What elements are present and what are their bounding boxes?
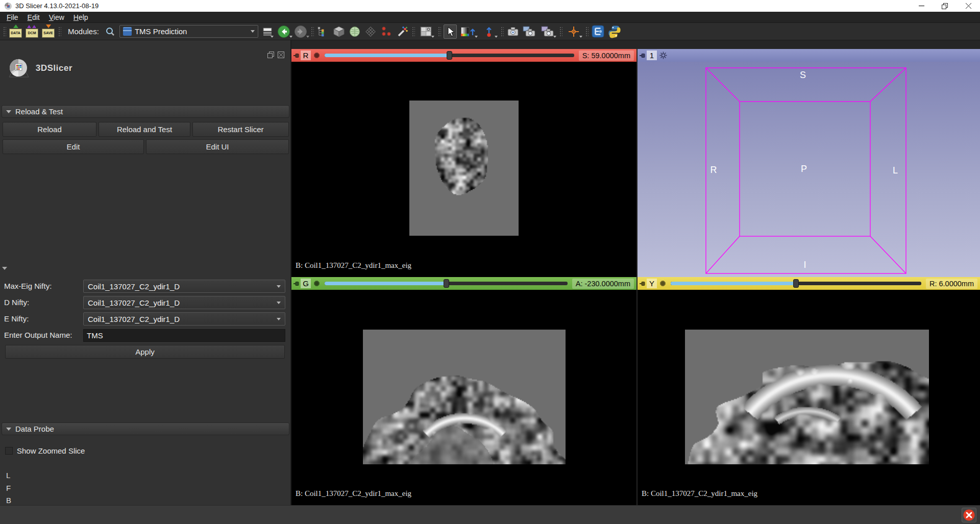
close-icon — [966, 3, 971, 9]
red-slice-image[interactable] — [409, 101, 519, 236]
transforms-module-button[interactable] — [364, 24, 377, 39]
menu-bar: File Edit View Help — [0, 12, 980, 23]
green-slice-viewport[interactable]: B: Coil1_137027_C2_ydir1_max_eig — [291, 290, 636, 505]
subject-hierarchy-button[interactable] — [316, 24, 330, 39]
green-slice-offset[interactable]: A: -230.0000mm — [572, 279, 634, 289]
pin-icon[interactable] — [293, 281, 299, 287]
yellow-slice-slider[interactable] — [671, 279, 921, 288]
restart-slicer-button[interactable]: Restart Slicer — [192, 122, 289, 137]
capture-screenshot-button[interactable] — [506, 24, 520, 39]
green-slice-slider[interactable] — [325, 279, 568, 288]
red-slice-visibility-icon[interactable] — [313, 52, 320, 59]
edit-ui-button[interactable]: Edit UI — [146, 139, 289, 154]
layout-selector-button[interactable] — [418, 24, 435, 39]
minimize-button[interactable] — [910, 0, 933, 12]
toolbar-drag-handle-8[interactable] — [585, 26, 589, 37]
reload-and-test-button[interactable]: Reload and Test — [99, 122, 190, 137]
d-nifty-combobox[interactable]: Coil1_137027_C2_ydir1_D — [83, 296, 285, 309]
forward-arrow-icon — [294, 25, 307, 38]
undock-panel-icon[interactable] — [267, 52, 274, 58]
menu-file[interactable]: File — [2, 12, 23, 22]
collapse-arrow-icon[interactable] — [2, 267, 7, 270]
models-module-button[interactable] — [348, 24, 361, 39]
toolbar-drag-handle-5[interactable] — [437, 26, 441, 37]
green-slice-image[interactable] — [363, 330, 566, 464]
toolbar-drag-handle-3[interactable] — [310, 26, 314, 37]
yellow-slice-image[interactable] — [685, 330, 929, 464]
chevron-down-icon — [475, 36, 478, 38]
green-slice-visibility-icon[interactable] — [313, 280, 320, 287]
red-slice-slider-handle[interactable] — [447, 51, 452, 60]
red-slice-viewport[interactable]: B: Coil1_137027_C2_ydir1_max_eig — [291, 62, 636, 277]
threed-viewport[interactable]: S R P L I — [638, 62, 980, 277]
output-name-input[interactable] — [83, 329, 285, 342]
red-slice-offset[interactable]: S: 59.0000mm — [579, 51, 634, 61]
extensions-manager-icon — [592, 25, 604, 38]
selected-module-name: TMS Prediction — [135, 27, 248, 36]
yellow-slice-offset[interactable]: R: 6.0000mm — [926, 279, 977, 289]
e-nifty-label: E Nifty: — [4, 312, 29, 326]
data-probe-section-header[interactable]: Data Probe — [2, 422, 289, 435]
window-level-button[interactable] — [459, 24, 478, 39]
yellow-slice-visibility-icon[interactable] — [659, 280, 666, 287]
crosshair-button[interactable] — [565, 24, 582, 39]
chevron-down-icon — [289, 36, 292, 38]
yellow-slice-viewport[interactable]: B: Coil1_137027_C2_ydir1_max_eig — [638, 290, 980, 505]
yellow-slice-controller: Y R: 6.0000mm — [638, 277, 980, 290]
menu-edit[interactable]: Edit — [23, 12, 44, 22]
toolbar-drag-handle-7[interactable] — [559, 26, 562, 37]
slider-fill — [671, 282, 796, 285]
up-arrow-icon — [13, 24, 18, 28]
pin-icon[interactable] — [639, 53, 645, 59]
show-zoomed-slice-checkbox[interactable] — [5, 447, 13, 455]
apply-button[interactable]: Apply — [5, 345, 285, 359]
place-point-button[interactable] — [480, 24, 498, 39]
close-button[interactable] — [957, 0, 980, 12]
markups-module-button[interactable] — [380, 24, 393, 39]
reload-label: Reload — [37, 125, 62, 134]
scene-view-button[interactable] — [522, 24, 536, 39]
toolbar-drag-handle-2[interactable] — [58, 26, 61, 37]
yellow-slice-slider-handle[interactable] — [793, 279, 799, 288]
reload-button[interactable]: Reload — [3, 122, 96, 137]
restore-scene-view-button[interactable] — [539, 24, 556, 39]
pin-icon[interactable] — [293, 53, 299, 59]
dicom-icon: DCM — [26, 29, 38, 38]
segment-editor-button[interactable] — [396, 24, 409, 39]
module-selector-combobox[interactable]: TMS Prediction — [119, 25, 258, 38]
gear-icon[interactable] — [659, 52, 667, 59]
max-eig-combobox[interactable]: Coil1_137027_C2_ydir1_D — [83, 280, 285, 293]
reload-test-title: Reload & Test — [15, 107, 63, 116]
reload-test-section-header[interactable]: Reload & Test — [2, 105, 289, 118]
window-controls — [910, 0, 980, 12]
save-button[interactable]: SAVE — [41, 24, 55, 39]
dicom-button[interactable]: DCM — [25, 24, 39, 39]
edit-button[interactable]: Edit — [3, 139, 144, 154]
module-search-button[interactable] — [104, 24, 117, 39]
red-slice-slider[interactable] — [325, 51, 574, 60]
d-nifty-label: D Nifty: — [4, 296, 29, 309]
mouse-interaction-button[interactable] — [444, 24, 457, 39]
module-forward-button[interactable] — [293, 24, 308, 39]
add-data-button[interactable]: DATA — [9, 24, 22, 39]
slider-fill — [325, 54, 449, 57]
toolbar-drag-handle-4[interactable] — [411, 26, 415, 37]
markups-star-icon — [380, 26, 393, 38]
module-history-button[interactable] — [261, 24, 274, 39]
close-panel-icon[interactable] — [278, 52, 284, 58]
menu-help[interactable]: Help — [69, 12, 93, 22]
menu-view[interactable]: View — [44, 12, 69, 22]
toolbar-drag-handle-6[interactable] — [500, 26, 504, 37]
camera-icon — [507, 26, 519, 37]
module-back-button[interactable] — [277, 24, 291, 39]
green-slice-controller: G A: -230.0000mm — [291, 277, 636, 290]
green-slice-slider-handle[interactable] — [444, 279, 449, 288]
volumes-module-button[interactable] — [332, 24, 346, 39]
pin-icon[interactable] — [639, 281, 645, 287]
error-log-close-button[interactable] — [962, 508, 976, 522]
python-console-button[interactable] — [607, 24, 622, 39]
e-nifty-combobox[interactable]: Coil1_137027_C2_ydir1_D — [83, 312, 285, 326]
extensions-manager-button[interactable] — [591, 24, 605, 39]
toolbar-drag-handle[interactable] — [3, 26, 6, 37]
restore-button[interactable] — [933, 0, 957, 12]
